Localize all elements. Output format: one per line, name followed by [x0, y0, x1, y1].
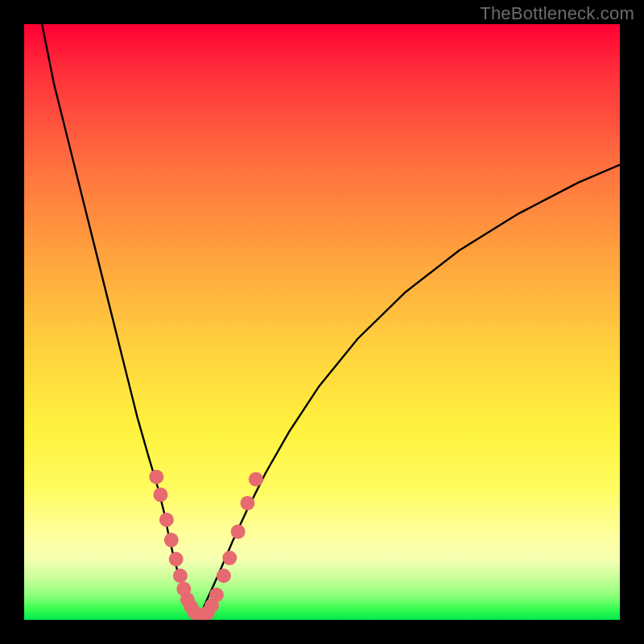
curve-overlay	[24, 24, 620, 620]
watermark-text: TheBottleneck.com	[480, 3, 634, 24]
data-marker	[173, 568, 188, 583]
data-marker	[209, 588, 224, 602]
data-marker	[222, 551, 237, 565]
curve-left-branch	[42, 24, 199, 617]
data-marker	[153, 488, 167, 502]
plot-area	[24, 24, 620, 620]
data-marker	[241, 496, 255, 510]
chart-frame: TheBottleneck.com	[0, 0, 644, 644]
data-marker	[231, 524, 246, 539]
data-marker	[249, 472, 263, 486]
data-marker	[169, 552, 184, 567]
curve-markers	[149, 469, 263, 620]
data-marker	[217, 568, 231, 583]
data-marker	[149, 469, 163, 484]
data-marker	[164, 533, 179, 547]
curve-right-branch	[199, 165, 620, 617]
data-marker	[159, 513, 174, 527]
